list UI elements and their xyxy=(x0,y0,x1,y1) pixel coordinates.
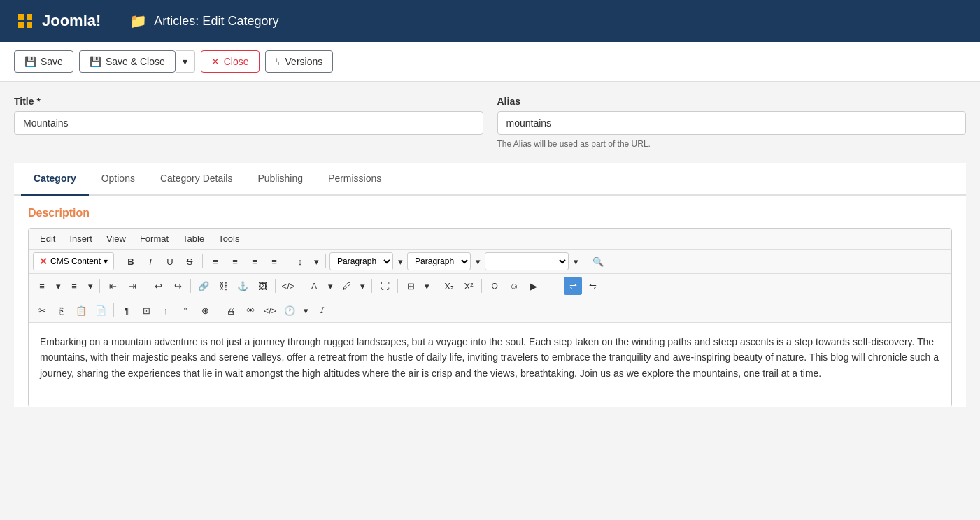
line-height-chevron[interactable]: ▾ xyxy=(311,252,322,270)
alias-input[interactable] xyxy=(497,111,967,135)
redo-button[interactable]: ↪ xyxy=(169,277,187,295)
hr-button[interactable]: — xyxy=(544,277,562,295)
tab-category-details[interactable]: Category Details xyxy=(148,163,246,196)
menu-edit[interactable]: Edit xyxy=(34,231,61,246)
upload-button[interactable]: ↑ xyxy=(157,301,175,319)
indent-button[interactable]: ⇥ xyxy=(123,277,141,295)
menu-insert[interactable]: Insert xyxy=(64,231,98,246)
print-button[interactable]: 🖨 xyxy=(222,301,240,319)
ordered-list-button[interactable]: ≡ xyxy=(65,277,83,295)
tinymce-toolbar-1: ✕ CMS Content ▾ B I U S ≡ ≡ ≡ ≡ ↕ xyxy=(29,250,951,274)
separator xyxy=(218,303,218,317)
strikethrough-button[interactable]: S xyxy=(180,252,199,270)
format-chevron-3[interactable]: ▾ xyxy=(570,252,581,270)
cms-content-chevron: ▾ xyxy=(104,257,108,266)
align-right-button[interactable]: ≡ xyxy=(246,252,264,270)
search-button[interactable]: 🔍 xyxy=(589,252,607,270)
source-button[interactable]: </> xyxy=(261,301,279,319)
separator xyxy=(371,279,372,293)
emoji-button[interactable]: ☺ xyxy=(505,277,523,295)
link-button[interactable]: 🔗 xyxy=(194,277,213,295)
preview-button[interactable]: 👁 xyxy=(241,301,260,319)
align-left-button[interactable]: ≡ xyxy=(206,252,225,270)
save-dropdown-button[interactable]: ▾ xyxy=(176,50,195,73)
alias-group: Alias The Alias will be used as part of … xyxy=(497,96,967,149)
select-all-button[interactable]: ⊡ xyxy=(137,301,155,319)
ltr-button[interactable]: ⇌ xyxy=(564,277,582,295)
unordered-list-button[interactable]: ≡ xyxy=(33,277,51,295)
paste-text-button[interactable]: 📄 xyxy=(92,301,110,319)
align-center-button[interactable]: ≡ xyxy=(226,252,244,270)
copy-button[interactable]: ⎘ xyxy=(52,301,71,319)
fullscreen-button[interactable]: ⛶ xyxy=(376,277,394,295)
outdent-button[interactable]: ⇤ xyxy=(104,277,122,295)
underline-button[interactable]: U xyxy=(161,252,179,270)
time-chevron[interactable]: ▾ xyxy=(300,301,311,319)
title-group: Title * xyxy=(14,96,483,149)
subscript-button[interactable]: X₂ xyxy=(440,277,458,295)
tab-category[interactable]: Category xyxy=(21,163,89,196)
format-select-2[interactable]: Paragraph xyxy=(407,252,471,270)
versions-button[interactable]: ⑂ Versions xyxy=(265,50,334,73)
menu-tools[interactable]: Tools xyxy=(213,231,245,246)
align-justify-button[interactable]: ≡ xyxy=(265,252,283,270)
joomla-logo[interactable]: Joomla! xyxy=(14,10,115,32)
undo-button[interactable]: ↩ xyxy=(149,277,167,295)
highlight-chevron[interactable]: ▾ xyxy=(357,277,368,295)
clear-format-button[interactable]: 𝘐 xyxy=(313,301,331,319)
line-height-button[interactable]: ↕ xyxy=(291,252,309,270)
unlink-button[interactable]: ⛓ xyxy=(214,277,232,295)
menu-view[interactable]: View xyxy=(101,231,132,246)
media-button[interactable]: ▶ xyxy=(525,277,543,295)
editor-content[interactable]: Embarking on a mountain adventure is not… xyxy=(29,323,951,407)
page-title: Articles: Edit Category xyxy=(154,14,278,29)
italic-button[interactable]: I xyxy=(141,252,159,270)
format-chevron-2[interactable]: ▾ xyxy=(472,252,483,270)
anchor-button[interactable]: ⚓ xyxy=(234,277,252,295)
separator xyxy=(275,279,276,293)
stamp-button[interactable]: ⊕ xyxy=(196,301,214,319)
tab-permissions[interactable]: Permissions xyxy=(315,163,394,196)
paste-button[interactable]: 📋 xyxy=(72,301,90,319)
chevron-down-icon: ▾ xyxy=(183,56,187,67)
tinymce-menubar: Edit Insert View Format Table Tools xyxy=(29,229,951,250)
main-content: Title * Alias The Alias will be used as … xyxy=(0,82,980,421)
cms-content-button[interactable]: ✕ CMS Content ▾ xyxy=(33,252,114,270)
cut-button[interactable]: ✂ xyxy=(33,301,51,319)
highlight-button[interactable]: 🖊 xyxy=(337,277,355,295)
blockquote-button[interactable]: " xyxy=(176,301,194,319)
special-char-button[interactable]: Ω xyxy=(485,277,504,295)
unordered-list-chevron[interactable]: ▾ xyxy=(52,277,64,295)
table-button[interactable]: ⊞ xyxy=(402,277,420,295)
superscript-button[interactable]: X² xyxy=(460,277,478,295)
close-button[interactable]: ✕ Close xyxy=(201,50,260,73)
tinymce-toolbar-2: ≡ ▾ ≡ ▾ ⇤ ⇥ ↩ ↪ 🔗 ⛓ ⚓ 🖼 </> xyxy=(29,274,951,298)
ordered-list-chevron[interactable]: ▾ xyxy=(85,277,96,295)
paragraph-button[interactable]: ¶ xyxy=(118,301,136,319)
save-close-button[interactable]: 💾 Save & Close xyxy=(79,50,176,73)
code-button[interactable]: </> xyxy=(279,277,297,295)
image-button[interactable]: 🖼 xyxy=(253,277,271,295)
bold-button[interactable]: B xyxy=(122,252,140,270)
time-button[interactable]: 🕐 xyxy=(280,301,299,319)
separator xyxy=(202,254,203,268)
title-input[interactable] xyxy=(14,111,483,135)
alias-hint: The Alias will be used as part of the UR… xyxy=(497,139,967,149)
format-chevron[interactable]: ▾ xyxy=(395,252,406,270)
tab-options[interactable]: Options xyxy=(89,163,148,196)
joomla-x-icon: ✕ xyxy=(39,256,48,267)
save-button[interactable]: 💾 Save xyxy=(14,50,73,73)
font-color-chevron[interactable]: ▾ xyxy=(325,277,336,295)
save-icon: 💾 xyxy=(24,56,36,67)
tab-publishing[interactable]: Publishing xyxy=(245,163,315,196)
format-select-3[interactable] xyxy=(485,252,569,270)
table-chevron[interactable]: ▾ xyxy=(421,277,432,295)
menu-format[interactable]: Format xyxy=(134,231,174,246)
font-color-button[interactable]: A xyxy=(305,277,323,295)
tabs-container: Category Options Category Details Publis… xyxy=(14,163,966,407)
rtl-button[interactable]: ⇋ xyxy=(583,277,602,295)
tabs-nav: Category Options Category Details Publis… xyxy=(14,163,966,196)
format-select-1[interactable]: Paragraph Heading 1 Heading 2 xyxy=(329,252,393,270)
toolbar: 💾 Save 💾 Save & Close ▾ ✕ Close ⑂ Versio… xyxy=(0,42,980,82)
menu-table[interactable]: Table xyxy=(177,231,210,246)
